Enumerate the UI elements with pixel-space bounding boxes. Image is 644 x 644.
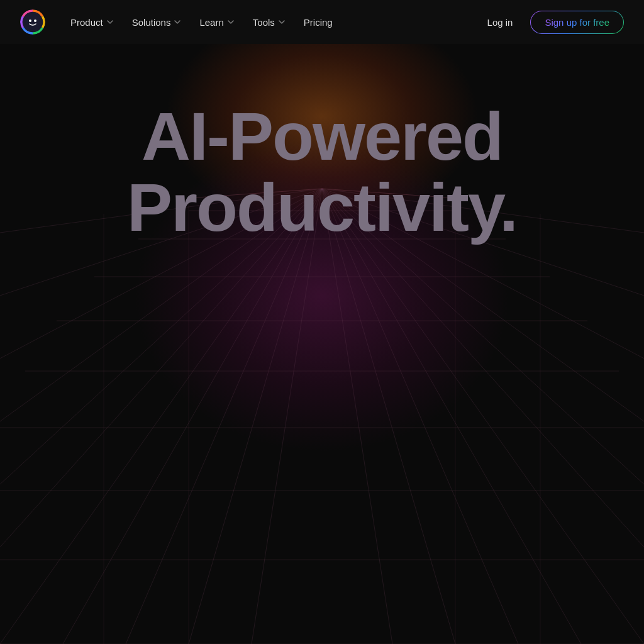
svg-line-11 <box>63 189 322 644</box>
svg-line-24 <box>322 189 455 644</box>
svg-line-10 <box>0 189 322 644</box>
login-button[interactable]: Log in <box>480 12 521 33</box>
svg-line-22 <box>322 189 581 644</box>
nav-item-solutions[interactable]: Solutions <box>125 12 190 33</box>
svg-point-1 <box>25 14 40 30</box>
svg-point-3 <box>34 19 36 22</box>
logo[interactable] <box>20 9 45 35</box>
hero-title: AI-Powered Productivity. <box>0 44 644 243</box>
signup-button[interactable]: Sign up for free <box>530 11 624 34</box>
nav-item-product[interactable]: Product <box>63 12 122 33</box>
nav-item-tools[interactable]: Tools <box>245 12 294 33</box>
svg-line-13 <box>189 189 322 644</box>
chevron-down-icon <box>277 18 286 26</box>
navbar: Product Solutions Learn Tools Pricing <box>0 0 644 44</box>
hero-section: .grid-line { stroke: rgba(100,60,80,0.35… <box>0 44 644 644</box>
chevron-down-icon <box>106 18 114 26</box>
hero-headline-line2: Productivity. <box>0 172 644 243</box>
nav-item-pricing[interactable]: Pricing <box>296 12 340 33</box>
nav-item-learn[interactable]: Learn <box>192 12 242 33</box>
svg-point-2 <box>29 19 31 22</box>
svg-line-12 <box>126 189 322 644</box>
svg-line-21 <box>322 189 644 644</box>
chevron-down-icon <box>173 18 182 26</box>
hero-headline-line1: AI-Powered <box>0 101 644 172</box>
nav-actions: Log in Sign up for free <box>480 11 624 34</box>
chevron-down-icon <box>226 18 235 26</box>
svg-line-14 <box>252 189 322 644</box>
svg-line-23 <box>322 189 518 644</box>
svg-line-25 <box>322 189 392 644</box>
nav-links: Product Solutions Learn Tools Pricing <box>63 12 480 33</box>
